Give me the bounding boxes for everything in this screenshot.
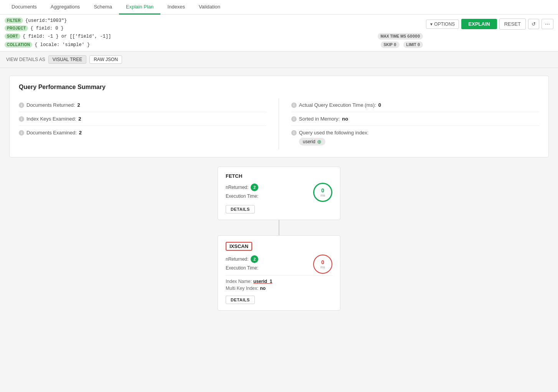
max-time-ms-label: MAX TIME MS <box>381 34 406 38</box>
index-tag-name: userid <box>303 139 315 144</box>
filter-label: FILTER <box>5 18 23 23</box>
docs-returned-value: 2 <box>77 102 80 108</box>
info-icon-index-keys: i <box>19 116 24 122</box>
collation-value[interactable]: { locale: 'simple' } <box>35 42 378 48</box>
skip-label: SKIP <box>384 43 393 47</box>
tab-documents[interactable]: Documents <box>5 0 44 15</box>
ixscan-n-returned-badge: 2 <box>251 255 258 263</box>
summary-grid: i Documents Returned: 2 i Index Keys Exa… <box>19 98 539 149</box>
project-value[interactable]: { field: 0 } <box>30 26 423 31</box>
limit-pill: LIMIT 0 <box>403 41 423 48</box>
filter-row: FILTER {userid:"1003"} <box>5 18 423 23</box>
fetch-details-button[interactable]: DETAILS <box>226 205 255 213</box>
index-arrow-icon: ⊕ <box>317 139 322 145</box>
tab-explain-plan[interactable]: Explain Plan <box>119 0 160 15</box>
index-keys-label: Index Keys Examined: <box>26 116 76 122</box>
ixscan-exec-time-circle: 0 ms <box>313 255 332 274</box>
project-row: PROJECT { field: 0 } <box>5 25 423 31</box>
sorted-memory-label: Sorted in Memory: <box>299 116 340 122</box>
ixscan-title: IXSCAN <box>229 243 248 249</box>
info-icon-docs-returned: i <box>19 103 24 108</box>
ixscan-index-name-row: Index Name: userid_1 <box>226 279 332 284</box>
fetch-exec-time-unit: ms <box>320 194 325 197</box>
skip-pill: SKIP 0 <box>381 41 400 48</box>
visual-tree-button[interactable]: VISUAL TREE <box>48 55 86 64</box>
plan-area: FETCH nReturned: 2 Execution Time: 0 ms <box>9 167 549 311</box>
history-button[interactable]: ↺ <box>528 19 539 29</box>
ixscan-multi-key-value: no <box>260 286 266 291</box>
fetch-n-returned-badge: 2 <box>251 184 258 191</box>
ixscan-index-name-value: userid_1 <box>253 279 272 284</box>
skip-value[interactable]: 0 <box>394 42 396 47</box>
summary-index-keys: i Index Keys Examined: 2 <box>19 112 266 126</box>
info-icon-index-used: i <box>291 130 297 136</box>
ixscan-details-button[interactable]: DETAILS <box>226 296 255 304</box>
ixscan-multi-key-row: Multi Key Index: no <box>226 286 332 291</box>
explain-button[interactable]: EXPLAIN <box>461 19 497 29</box>
tab-validation[interactable]: Validation <box>192 0 227 15</box>
docs-returned-label: Documents Returned: <box>26 102 75 108</box>
summary-sorted-memory: i Sorted in Memory: no <box>291 112 539 126</box>
fetch-title: FETCH <box>226 173 332 179</box>
ixscan-exec-time-label: Execution Time: <box>226 265 258 271</box>
query-bar: FILTER {userid:"1003"} PROJECT { field: … <box>0 15 558 51</box>
reset-button[interactable]: RESET <box>499 18 526 30</box>
docs-examined-label: Documents Examined: <box>26 130 77 136</box>
info-icon-exec-time: i <box>291 103 297 108</box>
summary-exec-time: i Actual Query Execution Time (ms): 0 <box>291 98 539 112</box>
sort-label: SORT <box>5 33 20 39</box>
docs-examined-value: 2 <box>79 130 82 136</box>
ixscan-multi-key-label: Multi Key Index: <box>226 286 258 291</box>
view-details-label: VIEW DETAILS AS <box>6 57 45 62</box>
index-keys-value: 2 <box>78 116 81 122</box>
fetch-exec-time-row: Execution Time: <box>226 194 258 199</box>
more-options-button[interactable]: ⋯ <box>541 19 553 29</box>
connector-line-1 <box>279 220 279 235</box>
filter-value[interactable]: {userid:"1003"} <box>25 18 423 23</box>
summary-title: Query Performance Summary <box>19 84 539 91</box>
summary-left: i Documents Returned: 2 i Index Keys Exa… <box>19 98 279 149</box>
ixscan-index-name-label: Index Name: <box>226 279 252 284</box>
ixscan-exec-time-value: 0 <box>321 259 324 265</box>
sorted-memory-value: no <box>342 116 348 122</box>
query-performance-summary: Query Performance Summary i Documents Re… <box>9 76 549 157</box>
raw-json-button[interactable]: RAW JSON <box>89 55 122 64</box>
tab-indexes[interactable]: Indexes <box>160 0 192 15</box>
fetch-node: FETCH nReturned: 2 Execution Time: 0 ms <box>218 167 340 220</box>
index-tag[interactable]: userid ⊕ <box>299 138 325 146</box>
max-time-ms-pill: MAX TIME MS 60000 <box>378 33 423 40</box>
fetch-exec-time-value: 0 <box>321 187 324 194</box>
summary-docs-returned: i Documents Returned: 2 <box>19 98 266 112</box>
chevron-down-icon: ▾ <box>430 22 433 27</box>
view-details-bar: VIEW DETAILS AS VISUAL TREE RAW JSON <box>0 51 558 68</box>
tab-aggregations[interactable]: Aggregations <box>44 0 87 15</box>
ixscan-n-returned-row: nReturned: 2 <box>226 255 258 263</box>
tab-schema[interactable]: Schema <box>87 0 119 15</box>
exec-time-value: 0 <box>378 102 381 108</box>
ixscan-exec-time-row: Execution Time: <box>226 265 258 271</box>
summary-right: i Actual Query Execution Time (ms): 0 i … <box>279 98 539 149</box>
exec-time-label: Actual Query Execution Time (ms): <box>299 102 376 108</box>
fetch-n-returned-label: nReturned: <box>226 185 248 190</box>
ixscan-node: IXSCAN nReturned: 2 Execution Time: 0 ms <box>218 235 340 311</box>
limit-label: LIMIT <box>406 43 416 47</box>
fetch-exec-time-label: Execution Time: <box>226 194 258 199</box>
options-button[interactable]: ▾ OPTIONS <box>426 20 459 29</box>
project-label: PROJECT <box>5 25 28 31</box>
limit-value[interactable]: 0 <box>418 42 420 47</box>
tabs-bar: Documents Aggregations Schema Explain Pl… <box>0 0 558 15</box>
sort-value[interactable]: { field: -1 } or [['field', -1]] <box>23 34 375 39</box>
ixscan-info: Index Name: userid_1 Multi Key Index: no <box>226 275 332 291</box>
main-content: Query Performance Summary i Documents Re… <box>0 68 558 318</box>
summary-index-used: i Query used the following index: userid… <box>291 126 539 149</box>
sort-row: SORT { field: -1 } or [['field', -1]] MA… <box>5 33 423 40</box>
info-icon-sorted-memory: i <box>291 116 297 122</box>
info-icon-docs-examined: i <box>19 130 24 136</box>
collation-label: COLLATION <box>5 42 32 48</box>
ixscan-exec-time-unit: ms <box>320 265 325 269</box>
index-used-label: Query used the following index: <box>299 130 368 136</box>
summary-docs-examined: i Documents Examined: 2 <box>19 126 266 139</box>
max-time-ms-value[interactable]: 60000 <box>407 34 420 39</box>
collation-row: COLLATION { locale: 'simple' } SKIP 0 LI… <box>5 41 423 48</box>
fetch-exec-time-circle: 0 ms <box>313 183 332 202</box>
